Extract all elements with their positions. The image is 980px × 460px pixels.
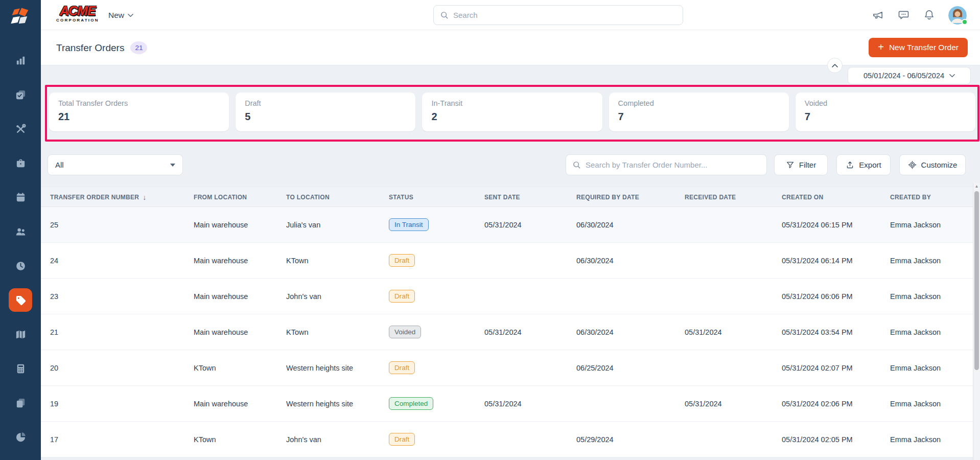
global-search[interactable] [433,5,683,25]
sidebar-item-map[interactable] [9,323,32,346]
cell-created-on: 05/31/2024 02:05 PM [782,435,890,444]
table-row[interactable]: 23 Main warehouse John's van Draft 05/31… [41,279,980,314]
collapse-summary-button[interactable] [827,58,843,73]
stat-card[interactable]: Voided 7 [796,93,975,131]
cell-order-number[interactable]: 17 [50,435,194,444]
vertical-scrollbar[interactable]: ▲ [973,183,980,460]
checklist-icon [15,89,27,101]
table-row[interactable]: 25 Main warehouse Julia's van In Transit… [41,207,980,243]
sidebar-item-analytics[interactable] [9,49,32,72]
cell-order-number[interactable]: 24 [50,257,194,265]
new-menu-label: New [108,11,124,20]
cell-order-number[interactable]: 21 [50,328,194,336]
export-icon [846,160,854,169]
table-row[interactable]: 21 Main warehouse KTown Voided 05/31/202… [41,314,980,350]
sidebar-item-estimates[interactable] [9,357,32,380]
table-row[interactable]: 17 KTown John's van Draft 05/29/2024 05/… [41,422,980,457]
column-header-received-date[interactable]: RECEIVED DATE [685,194,782,201]
user-avatar[interactable] [948,6,967,25]
cell-order-number[interactable]: 19 [50,400,194,408]
cell-created-by: Emma Jackson [890,364,980,372]
sidebar-item-schedule[interactable] [9,186,32,209]
export-button[interactable]: Export [836,154,891,175]
page-title: Transfer Orders [56,42,124,54]
cell-order-number[interactable]: 20 [50,364,194,372]
cell-created-by: Emma Jackson [890,400,980,408]
table-header: TRANSFER ORDER NUMBER ↓ FROM LOCATION TO… [41,188,980,207]
table-row[interactable]: 24 Main warehouse KTown Draft 06/30/2024… [41,243,980,279]
cell-status: Draft [389,254,484,267]
status-badge: Completed [389,397,433,410]
column-header-to-location[interactable]: TO LOCATION [286,194,389,201]
cell-order-number[interactable]: 23 [50,292,194,301]
view-filter-select[interactable]: All [48,154,183,175]
column-header-created-by[interactable]: CREATED BY [890,194,980,201]
column-header-status[interactable]: STATUS [389,194,484,201]
stat-card[interactable]: In-Transit 2 [422,93,602,131]
scrollbar-thumb[interactable] [974,191,979,370]
cell-order-number[interactable]: 25 [50,221,194,229]
stat-card[interactable]: Total Transfer Orders 21 [49,93,229,131]
view-filter-value: All [55,160,64,169]
cell-status: Voided [389,326,484,338]
cell-received-date: 05/31/2024 [685,400,782,408]
sidebar-item-tasks[interactable] [9,83,32,106]
company-logo[interactable]: ACME CORPORATION [56,5,99,22]
app-root: ACME CORPORATION New [0,0,980,460]
stat-card[interactable]: Completed 7 [609,93,789,131]
sidebar [0,0,41,460]
search-icon [572,160,581,169]
column-header-created-on[interactable]: CREATED ON [782,194,890,201]
stat-card[interactable]: Draft 5 [236,93,415,131]
cell-created-by: Emma Jackson [890,328,980,336]
column-header-sent-date[interactable]: SENT DATE [484,194,576,201]
sidebar-item-customers[interactable] [9,220,32,243]
customize-button[interactable]: Customize [899,154,966,175]
clock-icon [15,260,27,272]
column-header-required-by-date[interactable]: REQUIRED BY DATE [576,194,685,201]
table-row[interactable]: 20 KTown Western heights site Draft 06/2… [41,350,980,386]
scroll-up-arrow-icon[interactable]: ▲ [973,184,980,189]
cell-created-on: 05/31/2024 02:06 PM [782,400,890,408]
status-badge: Draft [389,290,415,303]
cell-status: In Transit [389,218,484,231]
date-range-select[interactable]: 05/01/2024 - 06/05/2024 [848,67,971,84]
column-header-from-location[interactable]: FROM LOCATION [194,194,286,201]
cell-required-by-date: 06/30/2024 [576,328,685,336]
column-header-transfer-order-number[interactable]: TRANSFER ORDER NUMBER ↓ [50,193,194,201]
new-menu[interactable]: New [108,0,133,30]
cell-status: Draft [389,433,484,446]
topbar: ACME CORPORATION New [41,0,980,30]
table-row[interactable]: 19 Main warehouse Western heights site C… [41,386,980,422]
order-search[interactable] [566,154,767,175]
sidebar-item-documents[interactable] [9,391,32,415]
sidebar-item-jobs[interactable] [9,151,32,175]
caret-down-icon [170,164,175,167]
megaphone-icon [872,9,884,21]
stat-card-value: 5 [245,111,406,123]
global-search-input[interactable] [453,11,676,19]
cell-from-location: Main warehouse [194,328,286,336]
sort-desc-icon[interactable]: ↓ [143,193,146,201]
messages-button[interactable] [897,9,909,21]
filter-button[interactable]: Filter [774,154,828,175]
sidebar-item-transfer-orders[interactable] [9,288,32,312]
sidebar-item-reports[interactable] [9,425,32,449]
stat-card-value: 21 [58,111,220,123]
notifications-button[interactable] [923,9,935,21]
chevron-down-icon [128,13,133,17]
cell-created-on: 05/31/2024 06:15 PM [782,221,890,229]
tools-icon [15,123,27,135]
cell-to-location: KTown [286,328,389,336]
order-search-input[interactable] [586,160,760,169]
cell-required-by-date: 06/30/2024 [576,221,685,229]
cell-status: Draft [389,290,484,303]
sidebar-item-time[interactable] [9,254,32,278]
date-range-value: 05/01/2024 - 06/05/2024 [864,72,944,80]
sidebar-item-tools[interactable] [9,117,32,141]
announcements-button[interactable] [872,9,884,21]
transfer-orders-table: TRANSFER ORDER NUMBER ↓ FROM LOCATION TO… [41,188,980,457]
online-status-dot [962,19,968,25]
app-logo-icon[interactable] [9,6,32,28]
new-transfer-order-button[interactable]: + New Transfer Order [869,38,968,57]
